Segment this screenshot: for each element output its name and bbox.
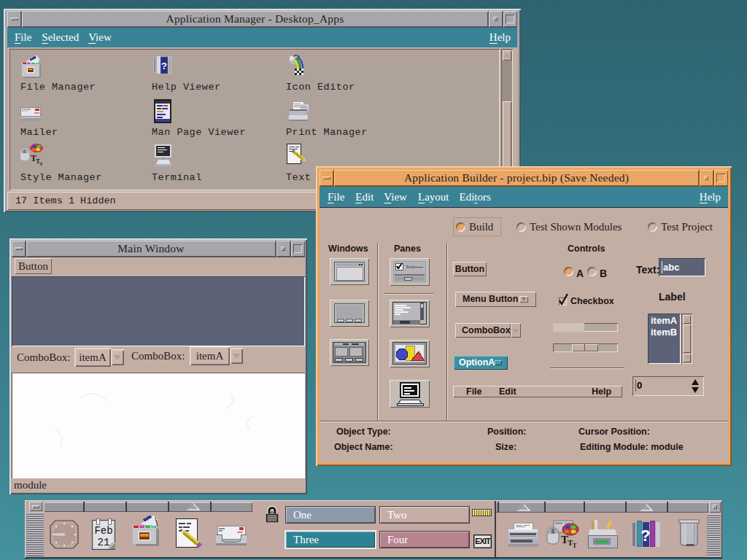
svg-text:T: T bbox=[39, 161, 43, 167]
svg-text:T: T bbox=[573, 542, 577, 549]
svg-text:?: ? bbox=[640, 526, 650, 545]
svg-text:21: 21 bbox=[98, 537, 110, 548]
svg-text:?: ? bbox=[161, 61, 167, 71]
svg-text:Feb: Feb bbox=[94, 525, 112, 537]
svg-text:Text: Text bbox=[406, 264, 414, 270]
